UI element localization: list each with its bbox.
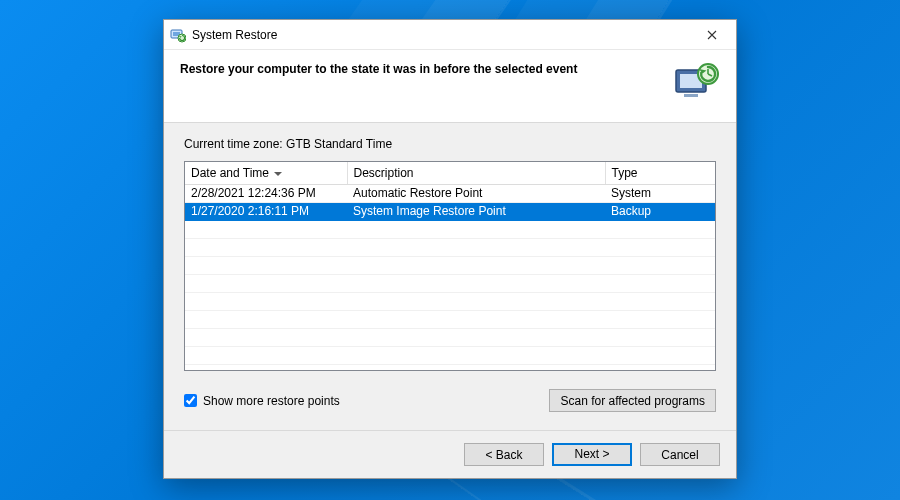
cancel-button[interactable]: Cancel [640, 443, 720, 466]
close-button[interactable] [690, 21, 734, 49]
table-row-empty [185, 346, 715, 364]
system-restore-dialog: System Restore Restore your computer to … [163, 19, 737, 479]
column-header-date[interactable]: Date and Time [185, 162, 347, 184]
restore-wizard-icon [672, 60, 720, 108]
window-title: System Restore [192, 28, 277, 42]
table-row[interactable]: 1/27/2020 2:16:11 PMSystem Image Restore… [185, 202, 715, 220]
table-row[interactable]: 2/28/2021 12:24:36 PMAutomatic Restore P… [185, 184, 715, 202]
table-row-empty [185, 238, 715, 256]
show-more-checkbox[interactable]: Show more restore points [184, 394, 340, 408]
table-row-empty [185, 292, 715, 310]
cell-description: Automatic Restore Point [347, 184, 605, 202]
cell-date: 1/27/2020 2:16:11 PM [185, 202, 347, 220]
column-header-type[interactable]: Type [605, 162, 715, 184]
cell-description: System Image Restore Point [347, 202, 605, 220]
cell-type: Backup [605, 202, 715, 220]
cell-date: 2/28/2021 12:24:36 PM [185, 184, 347, 202]
header-panel: Restore your computer to the state it wa… [164, 50, 736, 123]
svg-rect-5 [684, 94, 698, 97]
below-table-row: Show more restore points Scan for affect… [184, 389, 716, 412]
table-row-empty [185, 220, 715, 238]
content-area: Current time zone: GTB Standard Time Dat… [164, 123, 736, 430]
table-row-empty [185, 310, 715, 328]
close-icon [707, 27, 717, 43]
page-heading: Restore your computer to the state it wa… [180, 60, 660, 76]
table-row-empty [185, 274, 715, 292]
table-header-row[interactable]: Date and Time Description Type [185, 162, 715, 184]
table-row-empty [185, 328, 715, 346]
wizard-footer: < Back Next > Cancel [164, 430, 736, 478]
timezone-label: Current time zone: GTB Standard Time [184, 137, 716, 151]
next-button[interactable]: Next > [552, 443, 632, 466]
show-more-checkbox-input[interactable] [184, 394, 197, 407]
system-restore-icon [170, 27, 186, 43]
restore-points-table[interactable]: Date and Time Description Type 2/28/2021… [184, 161, 716, 371]
show-more-label: Show more restore points [203, 394, 340, 408]
table-row-empty [185, 256, 715, 274]
column-label: Date and Time [191, 166, 269, 180]
titlebar[interactable]: System Restore [164, 20, 736, 50]
cell-type: System [605, 184, 715, 202]
sort-desc-icon [274, 172, 282, 176]
back-button[interactable]: < Back [464, 443, 544, 466]
column-header-description[interactable]: Description [347, 162, 605, 184]
column-label: Description [354, 166, 414, 180]
scan-affected-button[interactable]: Scan for affected programs [549, 389, 716, 412]
column-label: Type [612, 166, 638, 180]
